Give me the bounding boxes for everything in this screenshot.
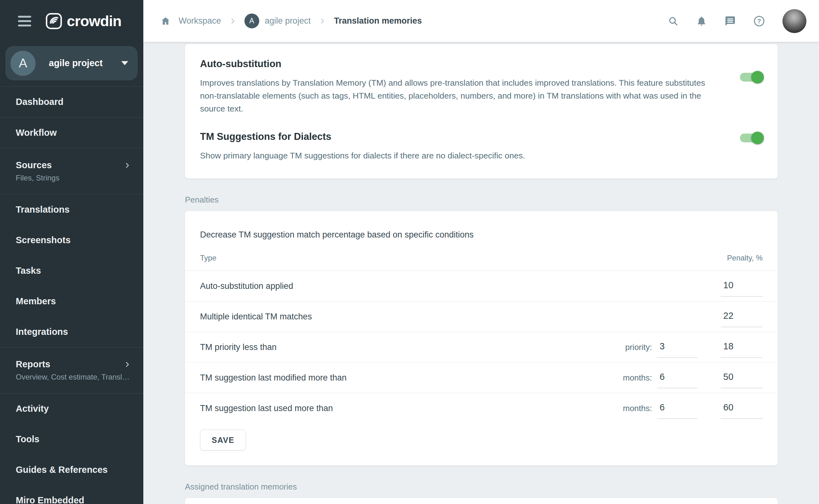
sidebar-item-reports[interactable]: ReportsOverview, Cost estimate, Transl… xyxy=(0,347,143,393)
auto-substitution-description: Improves translations by Translation Mem… xyxy=(200,77,722,115)
sidebar-item-label: Sources xyxy=(16,160,124,170)
penalty-type-label: Multiple identical TM matches xyxy=(200,312,721,322)
penalty-row-auto-substitution-applied: Auto-substitution applied xyxy=(200,271,763,301)
sidebar-item-label: Translations xyxy=(16,204,70,215)
penalty-row-tm-suggestion-last-modified-more-than: TM suggestion last modified more thanmon… xyxy=(200,363,763,393)
sidebar-item-label: Integrations xyxy=(16,327,68,337)
search-icon[interactable] xyxy=(668,16,679,26)
sidebar-item-label: Activity xyxy=(16,404,49,414)
tm-dialects-title: TM Suggestions for Dialects xyxy=(200,131,722,142)
sidebar-item-activity[interactable]: Activity xyxy=(0,393,143,424)
sidebar-item-label: Tools xyxy=(16,434,39,444)
sidebar-item-label: Members xyxy=(16,296,56,306)
sidebar-item-tools[interactable]: Tools xyxy=(0,424,143,455)
sidebar-item-dashboard[interactable]: Dashboard xyxy=(0,87,143,117)
sidebar-item-members[interactable]: Members xyxy=(0,286,143,317)
project-avatar: A xyxy=(10,51,36,76)
crowdin-wordmark: crowdin xyxy=(67,12,121,30)
penalty-param-label: priority: xyxy=(625,342,652,352)
breadcrumb-item-workspace[interactable]: Workspace xyxy=(179,16,221,26)
tm-dialects-setting: TM Suggestions for Dialects Show primary… xyxy=(200,131,763,162)
penalty-row-tm-priority-less-than: TM priority less thanpriority: xyxy=(200,332,763,362)
sidebar-item-workflow[interactable]: Workflow xyxy=(0,117,143,148)
penalty-type-label: TM priority less than xyxy=(200,342,625,352)
sidebar-item-guides-references[interactable]: Guides & References xyxy=(0,455,143,485)
penalties-intro: Decrease TM suggestion match percentage … xyxy=(200,226,763,243)
app-window: crowdin A agile project DashboardWorkflo… xyxy=(0,0,819,504)
breadcrumb-separator-icon xyxy=(319,18,326,25)
toggle-knob xyxy=(751,132,764,144)
notifications-icon[interactable] xyxy=(696,16,707,26)
penalties-section-label: Penalties xyxy=(185,195,778,205)
sidebar-item-label: Reports xyxy=(16,359,124,369)
sidebar-item-label: Guides & References xyxy=(16,465,108,475)
penalty-value-input[interactable] xyxy=(721,275,763,297)
penalty-param-label: months: xyxy=(623,373,652,383)
breadcrumb: WorkspaceAagile projectTranslation memor… xyxy=(161,14,668,28)
menu-icon[interactable] xyxy=(18,16,31,26)
penalties-card: Decrease TM suggestion match percentage … xyxy=(185,211,778,466)
penalty-row-multiple-identical-tm-matches: Multiple identical TM matches xyxy=(200,301,763,332)
save-button[interactable]: SAVE xyxy=(200,430,246,450)
penalties-table-body: Auto-substitution appliedMultiple identi… xyxy=(200,271,763,423)
project-name: agile project xyxy=(49,58,121,68)
penalty-type-label: TM suggestion last modified more than xyxy=(200,373,623,383)
assigned-tm-card: FILTER xyxy=(185,498,778,504)
chevron-down-icon xyxy=(121,61,128,65)
page-content: Auto-substitution Improves translations … xyxy=(143,42,819,504)
help-icon[interactable]: ? xyxy=(753,15,765,27)
breadcrumb-project-avatar: A xyxy=(244,14,259,28)
months-input[interactable] xyxy=(657,398,697,419)
sidebar: crowdin A agile project DashboardWorkflo… xyxy=(0,0,143,504)
tm-settings-card: Auto-substitution Improves translations … xyxy=(185,44,778,179)
main-area: WorkspaceAagile projectTranslation memor… xyxy=(143,0,819,504)
sidebar-item-sublabel: Overview, Cost estimate, Transl… xyxy=(16,373,131,381)
breadcrumb-item-agile-project[interactable]: Aagile project xyxy=(244,14,311,28)
topbar-actions: ? xyxy=(668,9,806,33)
penalty-type-label: Auto-substitution applied xyxy=(200,281,721,291)
auto-substitution-setting: Auto-substitution Improves translations … xyxy=(200,58,763,115)
auto-substitution-toggle[interactable] xyxy=(740,73,763,82)
sidebar-item-label: Tasks xyxy=(16,266,41,276)
toggle-knob xyxy=(751,71,764,83)
tm-dialects-toggle[interactable] xyxy=(740,134,763,142)
messages-icon[interactable] xyxy=(725,15,736,27)
topbar: WorkspaceAagile projectTranslation memor… xyxy=(143,0,819,42)
sidebar-item-translations[interactable]: Translations xyxy=(0,194,143,225)
penalties-table-header: Type Penalty, % xyxy=(200,245,763,271)
user-avatar[interactable] xyxy=(782,9,806,33)
svg-text:?: ? xyxy=(757,17,761,24)
penalty-value-input[interactable] xyxy=(721,398,763,419)
sidebar-item-label: Screenshots xyxy=(16,235,71,245)
crowdin-logo[interactable]: crowdin xyxy=(46,12,121,30)
auto-substitution-title: Auto-substitution xyxy=(200,58,722,70)
breadcrumb-item-translation-memories: Translation memories xyxy=(334,16,422,26)
crowdin-logo-icon xyxy=(46,13,62,29)
priority-input[interactable] xyxy=(657,336,697,358)
sidebar-item-label: Workflow xyxy=(16,128,57,138)
sidebar-item-screenshots[interactable]: Screenshots xyxy=(0,225,143,255)
sidebar-item-integrations[interactable]: Integrations xyxy=(0,317,143,347)
sidebar-item-sources[interactable]: SourcesFiles, Strings xyxy=(0,148,143,194)
home-icon[interactable] xyxy=(161,16,170,26)
penalty-param-label: months: xyxy=(623,404,652,413)
column-header-type: Type xyxy=(200,254,721,262)
penalty-type-label: TM suggestion last used more than xyxy=(200,404,623,413)
column-header-penalty: Penalty, % xyxy=(721,254,763,262)
chevron-right-icon xyxy=(124,361,131,368)
months-input[interactable] xyxy=(657,367,697,388)
assigned-section-label: Assigned translation memories xyxy=(185,482,778,492)
tm-dialects-description: Show primary language TM suggestions for… xyxy=(200,149,722,162)
penalty-row-tm-suggestion-last-used-more-than: TM suggestion last used more thanmonths: xyxy=(200,393,763,423)
sidebar-item-label: Dashboard xyxy=(16,97,63,107)
project-selector[interactable]: A agile project xyxy=(5,46,138,80)
chevron-right-icon xyxy=(124,162,131,169)
sidebar-item-tasks[interactable]: Tasks xyxy=(0,255,143,286)
sidebar-header: crowdin xyxy=(0,0,143,42)
breadcrumb-separator-icon xyxy=(229,18,236,25)
penalty-value-input[interactable] xyxy=(721,336,763,358)
sidebar-item-miro-embedded[interactable]: Miro Embedded xyxy=(0,485,143,504)
sidebar-nav: DashboardWorkflowSourcesFiles, StringsTr… xyxy=(0,86,143,504)
penalty-value-input[interactable] xyxy=(721,367,763,388)
penalty-value-input[interactable] xyxy=(721,306,763,327)
